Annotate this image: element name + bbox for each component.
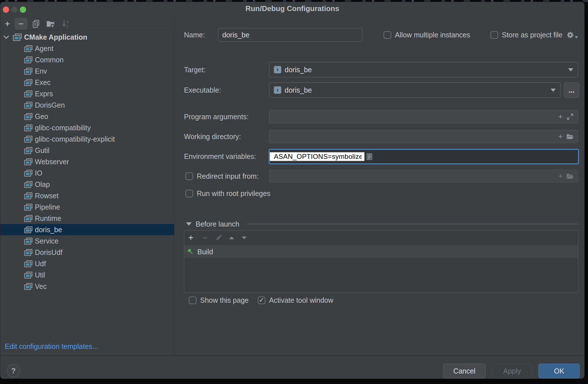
build-target-icon: › — [274, 86, 281, 94]
tree-item[interactable]: Pipeline — [0, 201, 174, 213]
redirect-input-checkbox[interactable] — [185, 172, 193, 180]
edit-configuration-templates-link[interactable]: Edit configuration templates... — [5, 342, 98, 351]
task-label: Build — [197, 248, 213, 256]
move-task-up-button[interactable] — [227, 233, 236, 243]
tree-item[interactable]: Env — [0, 65, 174, 77]
configurations-tree: Agent Common — [0, 43, 174, 292]
run-root-privileges-label[interactable]: Run with root privileges — [197, 189, 270, 198]
configuration-icon — [24, 90, 33, 97]
program-arguments-input[interactable]: + — [269, 110, 578, 123]
hammer-icon — [187, 248, 194, 256]
tree-item[interactable]: Service — [0, 235, 174, 247]
tree-item[interactable]: glibc-compatibility-explicit — [0, 133, 174, 145]
show-environment-variables-button[interactable] — [365, 152, 374, 161]
edit-task-button[interactable] — [214, 233, 223, 243]
tree-item[interactable]: Gutil — [0, 145, 174, 156]
redirect-input-field[interactable]: + — [269, 170, 578, 183]
tree-item-label: Agent — [35, 44, 53, 53]
activate-tool-window-label[interactable]: Activate tool window — [269, 296, 333, 304]
apply-button[interactable]: Apply — [492, 364, 532, 378]
store-as-project-file-checkbox[interactable] — [490, 31, 498, 39]
configuration-icon — [24, 283, 33, 290]
ok-button[interactable]: OK — [538, 364, 580, 378]
cmake-application-icon — [13, 33, 22, 41]
cancel-button[interactable]: Cancel — [443, 364, 486, 378]
activate-tool-window-checkbox[interactable]: ✓ — [258, 296, 265, 304]
remove-task-button[interactable]: − — [200, 233, 210, 243]
add-configuration-button[interactable]: + — [3, 18, 12, 30]
sort-configurations-button[interactable]: a z — [60, 18, 71, 30]
insert-macro-button[interactable]: + — [556, 112, 565, 121]
insert-macro-button[interactable]: + — [556, 132, 565, 141]
working-directory-label: Working directory: — [184, 133, 241, 141]
show-this-page-label[interactable]: Show this page — [200, 296, 249, 304]
executable-label: Executable: — [184, 86, 221, 94]
remove-icon: − — [18, 19, 24, 28]
allow-multiple-instances-checkbox[interactable] — [384, 31, 391, 39]
configuration-icon — [24, 45, 33, 52]
before-launch-title: Before launch — [196, 220, 239, 228]
tree-item[interactable]: glibc-compatibility — [0, 122, 174, 133]
section-collapse-icon[interactable] — [186, 222, 192, 226]
chevron-down-icon — [3, 35, 9, 39]
svg-text:z: z — [67, 25, 68, 28]
tree-item[interactable]: Common — [0, 54, 174, 65]
pane-divider — [174, 16, 174, 355]
tree-item-label: Vec — [35, 282, 47, 291]
tree-root-cmake-application[interactable]: CMake Application — [0, 31, 174, 43]
configuration-icon — [24, 68, 33, 75]
new-folder-button[interactable] — [45, 18, 56, 30]
copy-configuration-button[interactable] — [31, 18, 41, 30]
tree-item-label: glibc-compatibility-explicit — [35, 135, 115, 143]
store-options-button[interactable] — [566, 31, 578, 39]
tree-item-label: Pipeline — [35, 203, 60, 211]
expand-field-button[interactable] — [565, 112, 575, 121]
tree-item[interactable]: DorisGen — [0, 99, 174, 111]
name-input[interactable] — [218, 28, 362, 41]
help-button[interactable]: ? — [7, 364, 20, 377]
configuration-icon — [24, 192, 33, 199]
before-launch-task-build[interactable]: Build — [184, 246, 578, 258]
store-as-project-file-label[interactable]: Store as project file — [502, 31, 562, 39]
tree-item[interactable]: IO — [0, 167, 174, 179]
remove-configuration-button[interactable]: − — [14, 18, 28, 30]
configuration-icon — [24, 249, 33, 256]
executable-combobox[interactable]: › doris_be — [269, 82, 560, 98]
tree-item-label: DorisUdf — [35, 248, 62, 257]
configuration-icon — [24, 113, 33, 120]
tree-item-label: Exec — [35, 78, 51, 87]
tree-item[interactable]: Exprs — [0, 88, 174, 99]
target-combobox[interactable]: › doris_be — [269, 62, 578, 77]
dialog-title: Run/Debug Configurations — [0, 4, 584, 13]
browse-folder-button[interactable] — [565, 132, 575, 141]
allow-multiple-instances-label[interactable]: Allow multiple instances — [395, 31, 470, 39]
show-this-page-checkbox[interactable] — [189, 296, 196, 304]
tree-item[interactable]: Vec — [0, 281, 174, 292]
name-input-wrap — [218, 28, 362, 42]
tree-item[interactable]: Webserver — [0, 156, 174, 167]
tree-item[interactable]: Geo — [0, 111, 174, 122]
tree-item[interactable]: doris_be — [0, 224, 174, 235]
tree-item[interactable]: Exec — [0, 77, 174, 88]
tree-item-label: Service — [35, 237, 58, 245]
insert-macro-button[interactable]: + — [556, 171, 565, 181]
tree-item[interactable]: DorisUdf — [0, 247, 174, 258]
run-root-privileges-checkbox[interactable] — [185, 190, 193, 197]
tree-item[interactable]: Rowset — [0, 190, 174, 201]
tree-item[interactable]: Olap — [0, 179, 174, 190]
tree-item[interactable]: Agent — [0, 43, 174, 54]
environment-variables-input[interactable] — [270, 152, 365, 161]
working-directory-input[interactable]: + — [269, 130, 578, 143]
tree-item[interactable]: Udf — [0, 258, 174, 269]
redirect-input-label[interactable]: Redirect input from: — [197, 172, 259, 180]
tree-root-label: CMake Application — [24, 33, 87, 41]
add-task-button[interactable]: + — [186, 233, 196, 243]
tree-item[interactable]: Util — [0, 269, 174, 281]
move-task-down-button[interactable] — [239, 233, 249, 243]
open-folder-icon — [566, 173, 574, 179]
browse-folder-button[interactable] — [565, 171, 575, 181]
tree-item[interactable]: Runtime — [0, 213, 174, 224]
tree-item-label: Gutil — [35, 146, 49, 155]
chevron-down-icon — [551, 89, 556, 92]
executable-browse-button[interactable]: ... — [564, 82, 579, 98]
